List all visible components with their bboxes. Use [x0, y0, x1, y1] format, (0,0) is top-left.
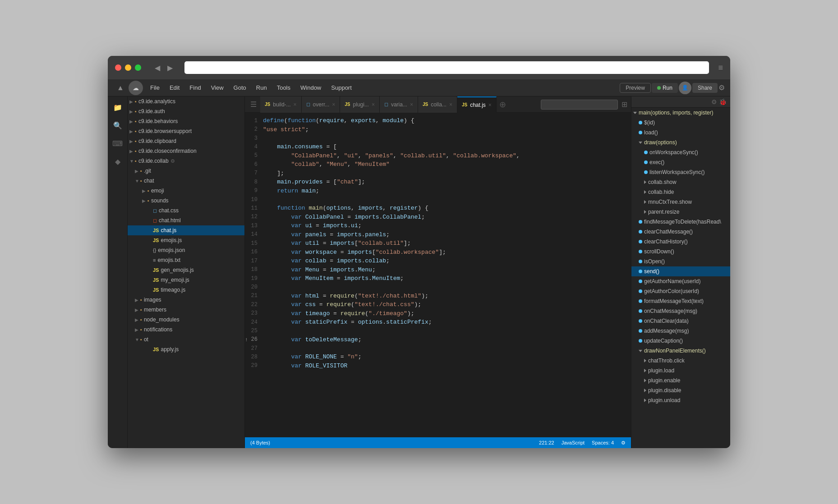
outline-item[interactable]: $(id)	[631, 118, 730, 128]
outline-item[interactable]: clearChatMessage()	[631, 227, 730, 237]
tree-item[interactable]: ▶ ▪ .git	[128, 166, 244, 176]
menu-find[interactable]: Find	[185, 82, 205, 93]
tree-item[interactable]: ▼ ▪ c9.ide.collab ⚙	[128, 156, 244, 166]
layout-icon[interactable]: ⊞	[622, 100, 627, 109]
tree-item[interactable]: ▶ ▪ images	[128, 295, 244, 305]
tree-item[interactable]: ▶ JS gen_emojis.js	[128, 265, 244, 275]
outline-item[interactable]: mnuCtxTree.show	[631, 197, 730, 207]
avatar[interactable]: 👤	[679, 82, 691, 94]
outline-item[interactable]: listenWorkspaceSync()	[631, 167, 730, 177]
tab-close-icon[interactable]: ×	[449, 101, 452, 108]
outline-item[interactable]: draw(options)	[631, 137, 730, 147]
outline-item[interactable]: plugin.unload	[631, 395, 730, 405]
status-gear-icon[interactable]: ⚙	[621, 440, 626, 446]
close-button[interactable]	[115, 64, 121, 71]
tree-item[interactable]: ▶ ▪ c9.ide.closeconfirmation	[128, 146, 244, 156]
outline-item[interactable]: updateCaption()	[631, 336, 730, 346]
outline-item[interactable]: findMessageToDelete(hasRead\	[631, 217, 730, 227]
tree-item[interactable]: ▶ ◻ chat.css	[128, 206, 244, 215]
menu-view[interactable]: View	[207, 82, 228, 93]
outline-item[interactable]: parent.resize	[631, 207, 730, 217]
maximize-button[interactable]	[135, 64, 141, 71]
outline-item[interactable]: addMessage(msg)	[631, 326, 730, 336]
share-button[interactable]: Share	[692, 83, 718, 93]
new-tab-button[interactable]: ⊕	[497, 98, 509, 111]
tree-item[interactable]: ▶ ▪ sounds	[128, 196, 244, 206]
outline-item[interactable]: getAuthorColor(userId)	[631, 286, 730, 296]
menu-window[interactable]: Window	[296, 82, 326, 93]
collapse-icon[interactable]: ▲	[113, 81, 128, 95]
outline-item[interactable]: exec()	[631, 157, 730, 167]
tree-item[interactable]: ▶ JS apply.js	[128, 344, 244, 354]
tree-item[interactable]: ▶ ▪ c9.ide.auth	[128, 106, 244, 116]
tab-overr[interactable]: ◻ overr... ×	[302, 96, 341, 113]
outline-item[interactable]: drawNonPanelElements()	[631, 346, 730, 356]
preview-button[interactable]: Preview	[620, 83, 651, 93]
outline-item-send[interactable]: send()	[631, 266, 730, 276]
outline-item[interactable]: plugin.enable	[631, 376, 730, 385]
menu-support[interactable]: Support	[327, 82, 356, 93]
tree-item[interactable]: ▶ JS emojis.js	[128, 235, 244, 245]
tree-item[interactable]: ▶ ▪ c9.ide.clipboard	[128, 136, 244, 146]
tab-close-icon[interactable]: ×	[332, 101, 335, 108]
code-editor[interactable]: 1 define(function(require, exports, modu…	[245, 113, 631, 437]
outline-item[interactable]: getAuthorName(userId)	[631, 276, 730, 286]
tree-item[interactable]: ▶ ≡ emojis.txt	[128, 255, 244, 265]
tab-menu-icon[interactable]: ☰	[247, 100, 260, 109]
tree-item[interactable]: ▼ ▪ ot	[128, 334, 244, 344]
tab-close-icon[interactable]: ×	[488, 102, 492, 108]
tree-item[interactable]: ▶ ▪ members	[128, 305, 244, 315]
settings-icon[interactable]: ⚙	[718, 83, 725, 92]
menu-run[interactable]: Run	[252, 82, 272, 93]
forward-button[interactable]: ▶	[165, 62, 175, 73]
files-icon[interactable]: 📁	[111, 100, 125, 115]
outline-item[interactable]: onWorkspaceSync()	[631, 147, 730, 157]
menu-tools[interactable]: Tools	[272, 82, 295, 93]
tree-item[interactable]: ▶ ▪ emoji	[128, 186, 244, 196]
tree-item-active[interactable]: ▶ JS chat.js	[128, 225, 244, 235]
back-button[interactable]: ◀	[152, 62, 163, 73]
tree-item[interactable]: ▶ ▪ c9.ide.behaviors	[128, 116, 244, 126]
tab-chat-js[interactable]: JS chat.js ×	[457, 96, 497, 113]
outline-item[interactable]: formatMessageText(text)	[631, 296, 730, 306]
outline-item[interactable]: onChatMessage(msg)	[631, 306, 730, 316]
outline-item[interactable]: main(options, imports, register)	[631, 108, 730, 118]
outline-item[interactable]: onChatClear(data)	[631, 316, 730, 326]
tab-colla[interactable]: JS colla... ×	[418, 96, 457, 113]
outline-item[interactable]: clearChatHistory()	[631, 237, 730, 247]
tree-item[interactable]: ▶ ▪ c9.ide.analytics	[128, 96, 244, 106]
address-bar[interactable]	[184, 61, 709, 74]
cloud-icon[interactable]: ☁	[129, 81, 143, 95]
tree-item[interactable]: ▶ JS my_emoji.js	[128, 275, 244, 285]
tab-varia[interactable]: ◻ varia... ×	[380, 96, 418, 113]
outline-item[interactable]: plugin.disable	[631, 385, 730, 395]
run-button[interactable]: Run	[652, 83, 678, 93]
outline-item[interactable]: isOpen()	[631, 257, 730, 266]
tree-item[interactable]: ▶ {} emojis.json	[128, 245, 244, 255]
bookmark-icon[interactable]: ◆	[111, 154, 125, 169]
outline-item[interactable]: load()	[631, 128, 730, 137]
outline-item[interactable]: collab.hide	[631, 187, 730, 197]
tab-close-icon[interactable]: ×	[294, 101, 297, 108]
tab-plugi[interactable]: JS plugi... ×	[340, 96, 380, 113]
hamburger-button[interactable]: ≡	[718, 63, 723, 73]
outline-item[interactable]: chatThrob.click	[631, 356, 730, 366]
outline-settings-icon[interactable]: ⚙	[711, 98, 717, 105]
tree-item[interactable]: ▶ ▪ notifications	[128, 325, 244, 334]
menu-file[interactable]: File	[146, 82, 164, 93]
outline-item[interactable]: plugin.load	[631, 366, 730, 376]
tree-item[interactable]: ▶ JS timeago.js	[128, 285, 244, 295]
tree-item[interactable]: ▶ ▪ c9.ide.browsersupport	[128, 126, 244, 136]
minimize-button[interactable]	[125, 64, 131, 71]
tree-item[interactable]: ▶ ▪ node_modules	[128, 315, 244, 325]
tab-build[interactable]: JS build-... ×	[260, 96, 302, 113]
search-input[interactable]	[541, 100, 618, 110]
outline-bug-icon[interactable]: 🐞	[719, 98, 727, 105]
keyboard-icon[interactable]: ⌨	[111, 136, 125, 151]
menu-goto[interactable]: Goto	[229, 82, 251, 93]
search-icon[interactable]: 🔍	[111, 118, 125, 133]
outline-item[interactable]: collab.show	[631, 177, 730, 187]
tab-close-icon[interactable]: ×	[410, 101, 413, 108]
menu-edit[interactable]: Edit	[165, 82, 184, 93]
outline-item[interactable]: scrollDown()	[631, 247, 730, 257]
